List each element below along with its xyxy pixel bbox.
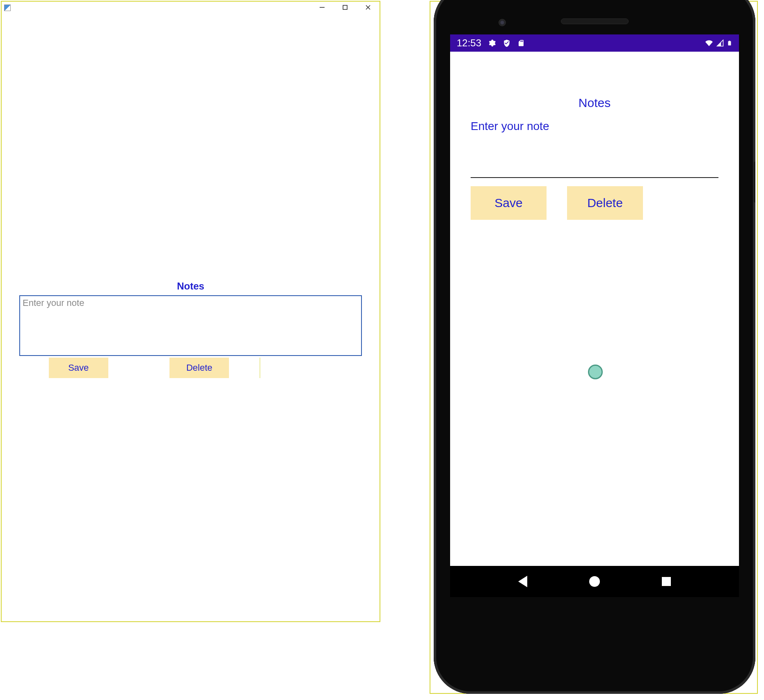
mobile-content-area: Notes Enter your note Save Delete — [450, 52, 739, 220]
phone-power-button — [754, 162, 755, 203]
nav-home-button[interactable] — [589, 576, 600, 587]
gear-icon — [488, 39, 496, 47]
phone-bezel-top — [434, 0, 755, 34]
note-input-container — [19, 295, 362, 356]
android-navbar — [450, 566, 739, 597]
touch-indicator-icon — [588, 365, 603, 379]
save-button[interactable]: Save — [49, 358, 108, 378]
mobile-input-container: Enter your note — [471, 120, 718, 178]
phone-screen: 12:53 — [450, 34, 739, 597]
battery-icon — [727, 39, 732, 48]
page-title: Notes — [18, 280, 363, 292]
statusbar-time: 12:53 — [457, 37, 481, 49]
mobile-save-button[interactable]: Save — [471, 186, 547, 220]
phone-camera-icon — [499, 19, 506, 26]
sd-card-icon — [517, 39, 525, 47]
phone-speaker — [561, 18, 629, 24]
phone-mockup-frame: 12:53 — [430, 1, 758, 694]
svg-rect-1 — [343, 5, 347, 9]
mobile-delete-button[interactable]: Delete — [567, 186, 643, 220]
desktop-content-area: Notes Save Delete — [2, 14, 380, 621]
window-controls — [316, 3, 377, 13]
shield-icon — [503, 39, 511, 47]
nav-back-button[interactable] — [518, 576, 527, 587]
android-statusbar: 12:53 — [450, 34, 739, 52]
window-titlebar[interactable] — [2, 2, 380, 14]
mobile-button-row: Save Delete — [471, 186, 718, 220]
mobile-page-title: Notes — [471, 96, 718, 110]
delete-button[interactable]: Delete — [169, 358, 229, 378]
mobile-note-input[interactable] — [471, 133, 718, 178]
wifi-icon — [705, 39, 714, 47]
app-icon — [4, 5, 11, 11]
close-icon[interactable] — [362, 3, 374, 13]
desktop-app-window: Notes Save Delete — [1, 1, 380, 622]
maximize-icon[interactable] — [339, 3, 351, 13]
note-input[interactable] — [20, 296, 361, 355]
signal-icon — [716, 39, 724, 47]
button-row: Save Delete — [18, 358, 260, 378]
nav-recent-button[interactable] — [662, 577, 671, 586]
phone-body: 12:53 — [434, 0, 755, 694]
mobile-input-label: Enter your note — [471, 120, 718, 133]
minimize-icon[interactable] — [316, 3, 328, 13]
